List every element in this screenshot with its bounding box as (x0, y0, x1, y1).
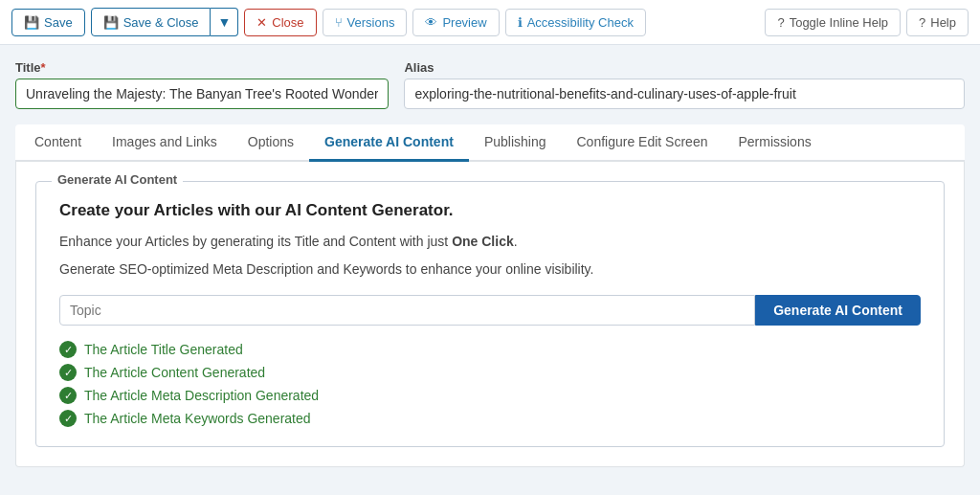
save-icon: 💾 (24, 15, 39, 30)
check-icon: ✓ (59, 341, 77, 358)
generated-item-label: The Article Meta Keywords Generated (84, 411, 311, 426)
generated-item-label: The Article Content Generated (84, 365, 265, 380)
accessibility-button[interactable]: ℹ Accessibility Check (505, 9, 646, 36)
ai-heading: Create your Articles with our AI Content… (59, 201, 921, 220)
list-item: ✓ The Article Content Generated (59, 364, 921, 381)
versions-icon: ⑂ (335, 15, 343, 30)
check-icon: ✓ (59, 387, 77, 404)
save-close-button[interactable]: 💾 Save & Close (91, 8, 212, 36)
close-button[interactable]: ✕ Close (244, 9, 316, 36)
main-content: Title* Alias Content Images and Links Op… (0, 45, 980, 483)
toolbar: 💾 Save 💾 Save & Close ▼ ✕ Close ⑂ Versio… (0, 0, 980, 45)
help-label: Help (930, 15, 956, 30)
content-panel: Generate AI Content Create your Articles… (15, 162, 965, 467)
ai-desc1-bold: One Click (452, 234, 514, 249)
title-required: * (41, 60, 46, 75)
list-item: ✓ The Article Meta Description Generated (59, 387, 921, 404)
tab-publishing[interactable]: Publishing (469, 124, 562, 162)
save-close-group: 💾 Save & Close ▼ (91, 8, 239, 36)
toggle-help-icon: ? (777, 15, 784, 30)
check-icon: ✓ (59, 364, 77, 381)
list-item: ✓ The Article Title Generated (59, 341, 921, 358)
alias-group: Alias (404, 60, 965, 109)
section-title: Generate AI Content (52, 172, 183, 187)
generate-ai-section: Generate AI Content Create your Articles… (35, 181, 945, 447)
tab-permissions[interactable]: Permissions (723, 124, 826, 162)
save-label: Save (44, 15, 73, 30)
tab-options[interactable]: Options (233, 124, 309, 162)
ai-desc1: Enhance your Articles by generating its … (59, 232, 921, 252)
topic-input[interactable] (59, 295, 755, 326)
help-button[interactable]: ? Help (906, 9, 969, 36)
versions-button[interactable]: ⑂ Versions (323, 9, 408, 36)
title-label: Title* (15, 60, 389, 75)
close-label: Close (272, 15, 303, 30)
tab-configure-edit[interactable]: Configure Edit Screen (561, 124, 723, 162)
save-close-label: Save & Close (123, 15, 199, 30)
generated-item-label: The Article Title Generated (84, 342, 243, 357)
preview-button[interactable]: 👁 Preview (412, 9, 499, 36)
tab-images-links[interactable]: Images and Links (97, 124, 233, 162)
form-row: Title* Alias (15, 60, 965, 109)
tab-content[interactable]: Content (19, 124, 97, 162)
help-icon: ? (919, 15, 925, 30)
tab-generate-ai[interactable]: Generate AI Content (309, 124, 469, 162)
save-button[interactable]: 💾 Save (11, 9, 85, 36)
title-group: Title* (15, 60, 389, 109)
accessibility-label: Accessibility Check (527, 15, 634, 30)
generated-items-list: ✓ The Article Title Generated ✓ The Arti… (59, 341, 921, 427)
title-input[interactable] (15, 79, 389, 109)
save-dropdown-button[interactable]: ▼ (211, 8, 238, 36)
preview-icon: 👁 (425, 15, 437, 30)
close-icon: ✕ (256, 15, 267, 30)
alias-input[interactable] (404, 79, 965, 109)
save-close-icon: 💾 (103, 15, 119, 30)
preview-label: Preview (442, 15, 486, 30)
toggle-help-button[interactable]: ? Toggle Inline Help (765, 9, 901, 36)
generate-ai-button[interactable]: Generate AI Content (755, 295, 921, 326)
tabs-bar: Content Images and Links Options Generat… (15, 124, 965, 162)
accessibility-icon: ℹ (518, 15, 523, 30)
toggle-help-label: Toggle Inline Help (790, 15, 888, 30)
ai-desc2: Generate SEO-optimized Meta Description … (59, 259, 921, 280)
alias-label: Alias (404, 60, 965, 75)
list-item: ✓ The Article Meta Keywords Generated (59, 410, 921, 427)
generated-item-label: The Article Meta Description Generated (84, 388, 319, 403)
topic-row: Generate AI Content (59, 295, 921, 326)
versions-label: Versions (347, 15, 395, 30)
check-icon: ✓ (59, 410, 77, 427)
